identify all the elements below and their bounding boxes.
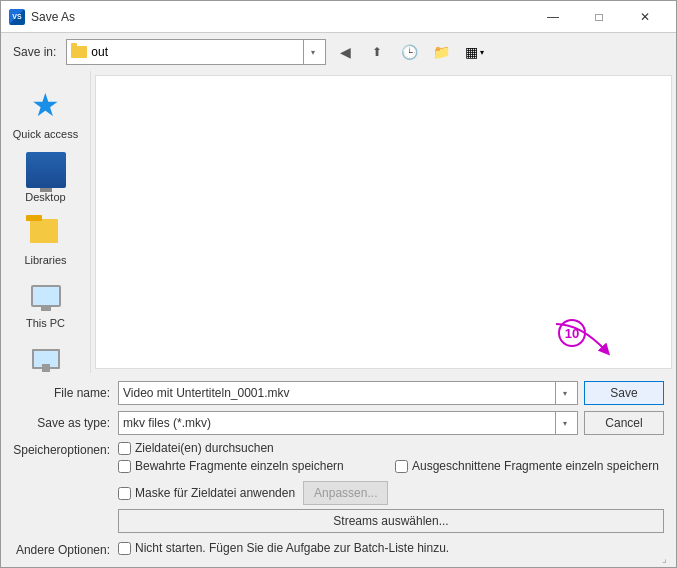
filename-label: File name: <box>13 386 118 400</box>
andere-optionen-row: Andere Optionen: Nicht starten. Fügen Si… <box>13 541 664 559</box>
checkbox-label-bewahrte: Bewahrte Fragmente einzeln speichern <box>135 459 344 473</box>
sidebar-label-desktop: Desktop <box>25 191 65 203</box>
sidebar-item-network[interactable]: Network <box>5 335 87 373</box>
combo-dropdown-arrow[interactable]: ▾ <box>303 39 321 65</box>
filename-combo[interactable]: Video mit Untertiteln_0001.mkv ▾ <box>118 381 578 405</box>
sidebar: Quick access Desktop Libraries This PC <box>1 71 91 373</box>
filetype-row: Save as type: mkv files (*.mkv) ▾ Cancel <box>13 411 664 435</box>
back-button[interactable]: ◀ <box>332 39 358 65</box>
sidebar-item-desktop[interactable]: Desktop <box>5 146 87 209</box>
network-shape <box>32 349 60 369</box>
filetype-value: mkv files (*.mkv) <box>123 416 555 430</box>
andere-label: Andere Optionen: <box>13 543 118 557</box>
view-icon: ▦ <box>465 44 478 60</box>
cancel-button[interactable]: Cancel <box>584 411 664 435</box>
checkbox-bewahrte[interactable] <box>118 460 131 473</box>
checkbox-label-maske: Maske für Zieldatei anwenden <box>135 486 295 500</box>
sidebar-item-libraries[interactable]: Libraries <box>5 209 87 272</box>
desktop-icon <box>26 152 66 188</box>
sidebar-label-quick-access: Quick access <box>13 128 78 140</box>
checkbox-maske[interactable] <box>118 487 131 500</box>
network-icon <box>26 341 66 373</box>
mask-row: Maske für Zieldatei anwenden Anpassen... <box>118 481 664 505</box>
filetype-combo[interactable]: mkv files (*.mkv) ▾ <box>118 411 578 435</box>
filetype-dropdown-arrow[interactable]: ▾ <box>555 411 573 435</box>
sidebar-label-libraries: Libraries <box>24 254 66 266</box>
checkbox-label-ausgeschnittene: Ausgeschnittene Fragmente einzeln speich… <box>412 459 659 473</box>
checkbox-row-1: Zieldatei(en) durchsuchen <box>118 441 664 455</box>
toolbar: Save in: out ▾ ◀ ⬆ 🕒 📁 ▦ ▾ <box>1 33 676 71</box>
monitor-shape <box>31 285 61 307</box>
current-folder: out <box>91 45 303 59</box>
bottom-section: File name: Video mit Untertiteln_0001.mk… <box>1 373 676 567</box>
monitor-stand <box>42 369 50 372</box>
checkbox-label-zieldatei: Zieldatei(en) durchsuchen <box>135 441 274 455</box>
save-in-label: Save in: <box>13 45 56 59</box>
annotation-arrow <box>551 319 621 359</box>
filename-value: Video mit Untertiteln_0001.mkv <box>123 386 555 400</box>
recent-button[interactable]: 🕒 <box>396 39 422 65</box>
filename-row: File name: Video mit Untertiteln_0001.mk… <box>13 381 664 405</box>
view-dropdown-arrow: ▾ <box>480 48 484 57</box>
app-icon <box>9 9 25 25</box>
maximize-button[interactable]: □ <box>576 1 622 33</box>
save-button[interactable]: Save <box>584 381 664 405</box>
dialog-title: Save As <box>31 10 530 24</box>
checkbox-zieldatei[interactable] <box>118 442 131 455</box>
folder-icon <box>71 46 87 58</box>
sidebar-item-thispc[interactable]: This PC <box>5 272 87 335</box>
speicheroption-label: Speicheroptionen: <box>13 441 118 457</box>
speicheroption-row: Speicheroptionen: Zieldatei(en) durchsuc… <box>13 441 664 537</box>
checkbox-nicht-starten[interactable] <box>118 542 131 555</box>
sidebar-item-quick-access[interactable]: Quick access <box>5 79 87 146</box>
filename-dropdown-arrow[interactable]: ▾ <box>555 381 573 405</box>
libraries-icon <box>26 215 66 251</box>
checkbox-row-4: Maske für Zieldatei anwenden <box>118 486 295 500</box>
options-content: Zieldatei(en) durchsuchen Bewahrte Fragm… <box>118 441 664 537</box>
close-button[interactable]: ✕ <box>622 1 668 33</box>
andere-checkbox-row: Nicht starten. Fügen Sie die Aufgabe zur… <box>118 541 449 555</box>
checkbox-row-3: Ausgeschnittene Fragmente einzeln speich… <box>395 459 664 473</box>
resize-handle[interactable]: ⌟ <box>662 553 674 565</box>
minimize-button[interactable]: — <box>530 1 576 33</box>
title-bar: Save As — □ ✕ <box>1 1 676 33</box>
checkbox-ausgeschnittene[interactable] <box>395 460 408 473</box>
two-col-checkboxes: Bewahrte Fragmente einzeln speichern Aus… <box>118 459 664 477</box>
anpassen-button: Anpassen... <box>303 481 388 505</box>
quick-access-icon <box>26 85 66 125</box>
thispc-icon <box>26 278 66 314</box>
andere-content: Nicht starten. Fügen Sie die Aufgabe zur… <box>118 541 449 559</box>
window-controls: — □ ✕ <box>530 1 668 33</box>
up-button[interactable]: ⬆ <box>364 39 390 65</box>
sidebar-label-thispc: This PC <box>26 317 65 329</box>
view-menu-button[interactable]: ▦ ▾ <box>460 39 489 65</box>
save-in-combo[interactable]: out ▾ <box>66 39 326 65</box>
filetype-label: Save as type: <box>13 416 118 430</box>
streams-button[interactable]: Streams auswählen... <box>118 509 664 533</box>
new-folder-button[interactable]: 📁 <box>428 39 454 65</box>
andere-checkbox-label: Nicht starten. Fügen Sie die Aufgabe zur… <box>135 541 449 555</box>
checkbox-row-2: Bewahrte Fragmente einzeln speichern <box>118 459 387 473</box>
